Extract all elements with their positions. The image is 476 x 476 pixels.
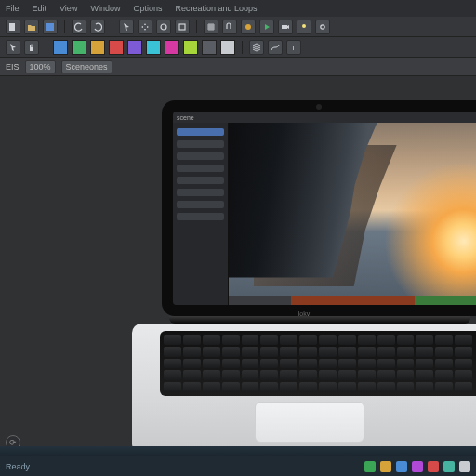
settings-button[interactable] bbox=[315, 20, 330, 34]
key bbox=[435, 382, 453, 392]
scale-tool-button[interactable] bbox=[175, 20, 190, 34]
grid-toggle-button[interactable] bbox=[204, 20, 218, 34]
key bbox=[299, 347, 317, 357]
ribbon-label: EIS bbox=[6, 62, 20, 72]
inner-sidebar-item[interactable] bbox=[177, 189, 224, 196]
key bbox=[203, 382, 220, 392]
key bbox=[242, 335, 259, 345]
ribbon-bar: EIS 100% Sceneones bbox=[0, 58, 476, 76]
key bbox=[338, 359, 356, 369]
select-tool-button[interactable] bbox=[119, 20, 134, 34]
menu-bar: File Edit View Window Options Recreation… bbox=[0, 0, 476, 17]
key bbox=[164, 359, 181, 369]
undo-button[interactable] bbox=[72, 20, 86, 34]
svg-point-7 bbox=[321, 24, 324, 28]
key bbox=[319, 382, 337, 392]
new-file-button[interactable] bbox=[6, 20, 20, 34]
tray-icon[interactable] bbox=[459, 461, 470, 472]
svg-point-6 bbox=[302, 24, 306, 28]
swatch-3[interactable] bbox=[109, 40, 124, 55]
key bbox=[164, 335, 181, 345]
key bbox=[416, 370, 433, 380]
swatch-0[interactable] bbox=[53, 40, 68, 55]
swatch-2[interactable] bbox=[90, 40, 105, 55]
viewport-canvas[interactable]: scene bbox=[0, 76, 476, 456]
menu-window[interactable]: Window bbox=[90, 4, 120, 13]
key bbox=[338, 382, 356, 392]
inner-sidebar-item[interactable] bbox=[177, 140, 224, 148]
key bbox=[183, 335, 201, 345]
pointer-icon[interactable] bbox=[6, 40, 20, 55]
inner-sidebar-item[interactable] bbox=[177, 152, 224, 160]
zoom-chip[interactable]: 100% bbox=[25, 60, 56, 73]
key bbox=[377, 382, 395, 392]
svg-rect-1 bbox=[46, 23, 54, 31]
timeline-clip[interactable] bbox=[415, 296, 477, 305]
key bbox=[358, 359, 376, 369]
key bbox=[397, 359, 415, 369]
key bbox=[164, 370, 181, 380]
menu-extra[interactable]: Recreation and Loops bbox=[175, 4, 257, 13]
mode-chip[interactable]: Sceneones bbox=[61, 60, 112, 73]
key bbox=[319, 370, 337, 380]
inner-sidebar-item[interactable] bbox=[177, 165, 224, 172]
inner-sidebar bbox=[173, 123, 229, 305]
key bbox=[222, 347, 240, 357]
key bbox=[183, 347, 201, 357]
timeline-clip[interactable] bbox=[291, 296, 415, 305]
text-icon[interactable]: T bbox=[286, 40, 301, 55]
menu-edit[interactable]: Edit bbox=[33, 4, 47, 13]
rotate-tool-button[interactable] bbox=[156, 20, 171, 34]
swatch-9[interactable] bbox=[220, 40, 235, 55]
snap-toggle-button[interactable] bbox=[222, 20, 237, 34]
swatch-6[interactable] bbox=[165, 40, 179, 55]
timeline-clip[interactable] bbox=[229, 296, 291, 305]
timeline-strip[interactable] bbox=[0, 446, 476, 456]
move-tool-button[interactable] bbox=[138, 20, 152, 34]
key bbox=[377, 359, 395, 369]
open-file-button[interactable] bbox=[24, 20, 39, 34]
play-button[interactable] bbox=[259, 20, 274, 34]
tray-icon[interactable] bbox=[443, 461, 455, 472]
menu-options[interactable]: Options bbox=[133, 4, 162, 13]
tray-icon[interactable] bbox=[412, 461, 423, 472]
light-button[interactable] bbox=[297, 20, 311, 34]
key bbox=[242, 347, 259, 357]
swatch-5[interactable] bbox=[146, 40, 161, 55]
layers-icon[interactable] bbox=[249, 40, 264, 55]
key bbox=[397, 382, 415, 392]
camera-button[interactable] bbox=[278, 20, 293, 34]
tray-icon[interactable] bbox=[396, 461, 407, 472]
swatch-4[interactable] bbox=[127, 40, 142, 55]
save-button[interactable] bbox=[43, 20, 58, 34]
inner-sidebar-item[interactable] bbox=[177, 128, 224, 136]
tray-icon[interactable] bbox=[380, 461, 391, 472]
toolbar-swatches: T bbox=[0, 37, 476, 58]
hand-icon[interactable] bbox=[24, 40, 39, 55]
svg-rect-0 bbox=[9, 23, 15, 31]
swatch-1[interactable] bbox=[72, 40, 86, 55]
swatch-7[interactable] bbox=[183, 40, 198, 55]
render-button[interactable] bbox=[241, 20, 256, 34]
inner-sidebar-item[interactable] bbox=[177, 201, 224, 208]
inner-sidebar-item[interactable] bbox=[177, 213, 224, 220]
inner-timeline[interactable] bbox=[229, 296, 476, 305]
key bbox=[280, 382, 298, 392]
key bbox=[260, 382, 278, 392]
menu-view[interactable]: View bbox=[60, 4, 77, 13]
tray-icon[interactable] bbox=[428, 461, 439, 472]
curve-icon[interactable] bbox=[268, 40, 283, 55]
toolbar-main bbox=[0, 17, 476, 37]
inner-sidebar-item[interactable] bbox=[177, 177, 224, 184]
key bbox=[242, 382, 259, 392]
key bbox=[260, 370, 278, 380]
key bbox=[416, 382, 433, 392]
swatch-8[interactable] bbox=[202, 40, 217, 55]
tray-icon[interactable] bbox=[364, 461, 376, 472]
key bbox=[222, 382, 240, 392]
menu-file[interactable]: File bbox=[6, 4, 20, 13]
laptop-trackpad bbox=[255, 402, 364, 443]
key bbox=[222, 359, 240, 369]
laptop-display: scene bbox=[173, 112, 476, 305]
redo-button[interactable] bbox=[90, 20, 105, 34]
